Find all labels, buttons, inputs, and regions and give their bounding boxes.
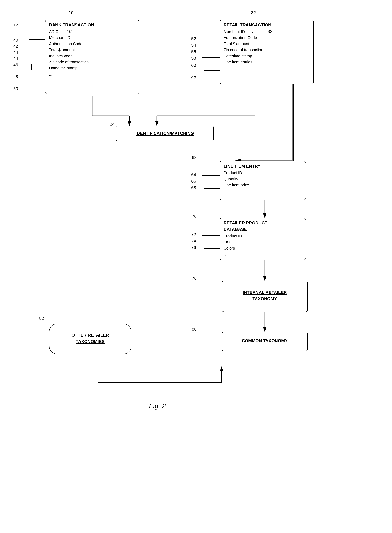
rpd-field-colors: Colors	[224, 245, 235, 251]
ref-78: 78	[192, 276, 196, 281]
ref-82: 82	[39, 316, 44, 321]
ref-56: 56	[191, 49, 196, 54]
ref-76: 76	[191, 245, 196, 250]
ref-40: 40	[13, 38, 18, 43]
retail-field-zip: Zip code of transaction	[224, 47, 263, 53]
common-taxonomy-title: COMMON TAXONOMY	[242, 338, 288, 343]
ref-33: 33	[268, 29, 272, 34]
retailer-product-db-title2: DATABASE	[224, 227, 247, 232]
rpd-field-ellipsis: ...	[224, 251, 227, 257]
line-field-product-id: Product ID	[224, 170, 242, 176]
retail-field-merchant: Merchant ID ✓	[224, 29, 255, 35]
bank-field-industry: Industry code	[49, 53, 73, 59]
bank-field-total: Total $ amount	[49, 47, 75, 53]
ref-50: 50	[13, 86, 18, 91]
bank-transaction-title: BANK TRANSACTION	[49, 22, 94, 28]
ort-title2: TAXONOMIES	[76, 339, 104, 344]
other-retailer-taxonomies-box: OTHER RETAILER TAXONOMIES	[49, 324, 131, 354]
retailer-product-db-box: RETAILER PRODUCT DATABASE Product ID SKU…	[220, 218, 306, 260]
bank-field-ellipsis: ...	[49, 71, 52, 77]
ref-48: 48	[13, 74, 18, 79]
line-item-entry-box: LINE ITEM ENTRY Product ID Quantity Line…	[220, 161, 306, 200]
figure-caption: Fig. 2	[149, 402, 166, 410]
ref-58: 58	[191, 56, 196, 61]
ref-44b: 44	[13, 56, 18, 61]
irt-title1: INTERNAL RETAILER	[243, 290, 287, 295]
diagram: 10 BANK TRANSACTION ADIC ✓ Merchant ID A…	[0, 0, 392, 533]
ref-54: 54	[191, 43, 196, 48]
ref-68: 68	[191, 185, 196, 190]
ref-80: 80	[192, 327, 196, 332]
common-taxonomy-box: COMMON TAXONOMY	[222, 332, 308, 351]
ref-42: 42	[13, 44, 18, 49]
retail-field-total: Total $ amount	[224, 41, 249, 47]
retail-transaction-box: RETAIL TRANSACTION Merchant ID ✓ Authori…	[220, 20, 314, 84]
ref-46: 46	[13, 62, 18, 67]
bank-field-datetime: Date/time stamp	[49, 65, 78, 71]
ref-70: 70	[192, 214, 196, 219]
ref-62: 62	[191, 75, 196, 80]
identification-matching-box: IDENTIFICATION/MATCHING	[116, 126, 214, 141]
ort-title1: OTHER RETAILER	[71, 333, 109, 338]
ref-52: 52	[191, 36, 196, 41]
internal-retailer-taxonomy-box: INTERNAL RETAILER TAXONOMY	[222, 281, 308, 312]
line-field-price: Line item price	[224, 182, 249, 188]
ref-16: 16	[67, 29, 71, 34]
bank-field-auth: Authorization Code	[49, 41, 82, 47]
retail-field-lineitem: Line item entries	[224, 59, 252, 65]
ref-34: 34	[110, 122, 115, 127]
bank-field-zip: Zip code of transaction	[49, 59, 89, 65]
line-item-title: LINE ITEM ENTRY	[224, 164, 261, 169]
retail-transaction-title: RETAIL TRANSACTION	[224, 22, 271, 28]
ref-63: 63	[192, 155, 196, 160]
ref-64: 64	[191, 172, 196, 177]
retail-field-datetime: Date/time stamp	[224, 53, 252, 59]
ref-32: 32	[251, 10, 256, 15]
ref-12: 12	[13, 23, 18, 28]
bank-transaction-box: BANK TRANSACTION ADIC ✓ Merchant ID Auth…	[45, 20, 139, 94]
bank-field-merchant: Merchant ID	[49, 35, 70, 41]
ref-66: 66	[191, 179, 196, 184]
retail-field-auth: Authorization Code	[224, 35, 257, 41]
rpd-field-sku: SKU	[224, 239, 232, 245]
ref-72: 72	[191, 232, 196, 237]
retailer-product-db-title1: RETAILER PRODUCT	[224, 220, 267, 226]
ref-44: 44	[13, 50, 18, 55]
ref-74: 74	[191, 238, 196, 244]
irt-title2: TAXONOMY	[252, 296, 277, 301]
ref-60: 60	[191, 63, 196, 68]
ref-10: 10	[69, 10, 73, 15]
line-field-ellipsis: ...	[224, 188, 227, 194]
rpd-field-product-id: Product ID	[224, 233, 242, 239]
id-matching-title: IDENTIFICATION/MATCHING	[135, 131, 194, 136]
line-field-quantity: Quantity	[224, 176, 238, 182]
retail-field-ellipsis: ...	[224, 65, 227, 71]
